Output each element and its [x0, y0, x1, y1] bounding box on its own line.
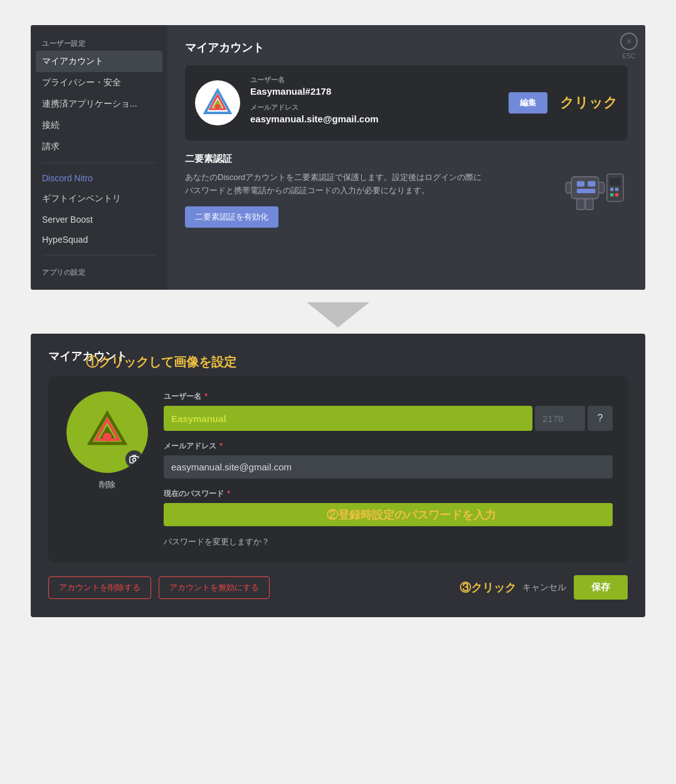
password-note: ②登録時設定のパスワードを入力: [327, 507, 496, 522]
svg-rect-10: [599, 183, 605, 194]
twofa-title: 二要素認証: [185, 153, 628, 165]
form-actions: アカウントを削除する アカウントを無効にする ③クリック キャンセル 保存: [48, 575, 628, 600]
email-field-label: メールアドレス *: [164, 441, 613, 452]
click-note-1: ①クリックして画像を設定: [86, 354, 236, 371]
svg-rect-16: [615, 188, 618, 191]
edit-button[interactable]: 編集: [509, 92, 547, 114]
arrow-indicator: [0, 302, 676, 327]
svg-rect-12: [586, 199, 593, 210]
sidebar-item-billing[interactable]: 請求: [36, 136, 162, 157]
avatar-delete-button[interactable]: 削除: [99, 479, 115, 490]
password-field-group: 現在のパスワード * ②登録時設定のパスワードを入力: [164, 489, 613, 526]
sidebar-item-server-boost[interactable]: Server Boost: [36, 209, 162, 230]
camera-icon: [125, 450, 143, 468]
username-required: *: [204, 392, 208, 401]
username-field-label: ユーザー名 *: [164, 391, 613, 402]
disable-account-button[interactable]: アカウントを無効にする: [159, 576, 270, 599]
arrow-down-icon: [307, 302, 369, 327]
username-value: Easymanual#2178: [250, 86, 509, 97]
edit-form-area: ①クリックして画像を設定: [48, 376, 628, 563]
svg-point-25: [133, 458, 136, 462]
username-label: ユーザー名: [250, 75, 509, 85]
avatar-logo-svg: [200, 85, 235, 120]
svg-rect-15: [610, 188, 613, 191]
sidebar-item-apps[interactable]: 連携済アプリケーショ...: [36, 93, 162, 115]
sidebar-item-privacy[interactable]: プライバシー・安全: [36, 72, 162, 93]
svg-rect-18: [615, 193, 618, 196]
svg-point-4: [215, 104, 220, 109]
username-help-button[interactable]: ?: [588, 406, 613, 431]
sidebar-item-discord-nitro[interactable]: Discord Nitro: [36, 168, 162, 188]
confirm-buttons: ③クリック キャンセル 保存: [460, 575, 628, 600]
email-required: *: [219, 442, 223, 450]
svg-rect-24: [130, 457, 139, 463]
svg-point-23: [103, 433, 112, 442]
svg-rect-11: [577, 199, 584, 210]
close-button[interactable]: ×: [620, 33, 638, 50]
top-section-title: マイアカウント: [185, 40, 628, 55]
twofa-enable-button[interactable]: 二要素認証を有効化: [185, 206, 278, 228]
sidebar-item-hypesquad[interactable]: HypeSquad: [36, 230, 162, 250]
sidebar: ユーザー設定 マイアカウント プライバシー・安全 連携済アプリケーショ... 接…: [31, 25, 167, 290]
username-field-group: ユーザー名 * 2178 ? 名前変更はこちらからできます: [164, 391, 613, 431]
bottom-panel: マイアカウント ①クリックして画像を設定: [31, 334, 645, 617]
svg-rect-7: [588, 181, 595, 187]
email-input[interactable]: [164, 455, 613, 479]
esc-label: ESC: [622, 53, 635, 60]
twofa-description: あなたのDiscordアカウントを二要素認証で保護します。設定後はログインの際に…: [185, 171, 486, 198]
svg-rect-14: [610, 178, 621, 186]
email-label: メールアドレス: [250, 103, 509, 112]
svg-rect-17: [610, 193, 613, 196]
avatar-upload-button[interactable]: [66, 391, 148, 473]
top-main-content: × ESC マイアカウント ユーザー名 Easyman: [167, 25, 645, 290]
change-password-link[interactable]: パスワードを変更しますか？: [164, 536, 613, 548]
email-value: easymanual.site@gmail.com: [250, 114, 509, 124]
form-fields: ユーザー名 * 2178 ? 名前変更はこちらからできます メールアドレス: [164, 391, 613, 548]
save-button[interactable]: 保存: [574, 575, 628, 600]
svg-rect-9: [566, 183, 571, 194]
password-required: *: [227, 489, 230, 498]
twofa-illustration: [559, 171, 628, 215]
username-input[interactable]: [164, 406, 532, 431]
click-note-3: ③クリック: [460, 580, 516, 595]
avatar-upload-area: 削除: [63, 391, 151, 548]
username-field-row: 2178 ?: [164, 406, 613, 431]
sidebar-section-user-settings: ユーザー設定: [36, 35, 162, 51]
sidebar-section-app-settings: アプリの設定: [36, 260, 162, 280]
twofa-section: 二要素認証 あなたのDiscordアカウントを二要素認証で保護します。設定後はロ…: [185, 153, 628, 228]
email-field-group: メールアドレス *: [164, 441, 613, 479]
password-field-label: 現在のパスワード *: [164, 489, 613, 499]
user-card: ユーザー名 Easymanual#2178 メールアドレス easymanual…: [185, 65, 628, 140]
danger-buttons: アカウントを削除する アカウントを無効にする: [48, 576, 275, 599]
cancel-button[interactable]: キャンセル: [522, 582, 566, 593]
username-discriminator: 2178: [535, 406, 585, 431]
twofa-content: あなたのDiscordアカウントを二要素認証で保護します。設定後はログインの際に…: [185, 171, 486, 228]
avatar: [195, 80, 240, 125]
sidebar-item-connections[interactable]: 接続: [36, 115, 162, 136]
click-label-top: クリック: [560, 93, 618, 112]
sidebar-item-my-account[interactable]: マイアカウント: [36, 51, 162, 72]
sidebar-item-gift-inventory[interactable]: ギフトインベントリ: [36, 188, 162, 209]
user-info: ユーザー名 Easymanual#2178 メールアドレス easymanual…: [250, 75, 509, 130]
delete-account-button[interactable]: アカウントを削除する: [48, 576, 151, 599]
svg-rect-5: [571, 177, 599, 199]
svg-rect-8: [577, 189, 596, 193]
svg-rect-6: [577, 181, 584, 187]
